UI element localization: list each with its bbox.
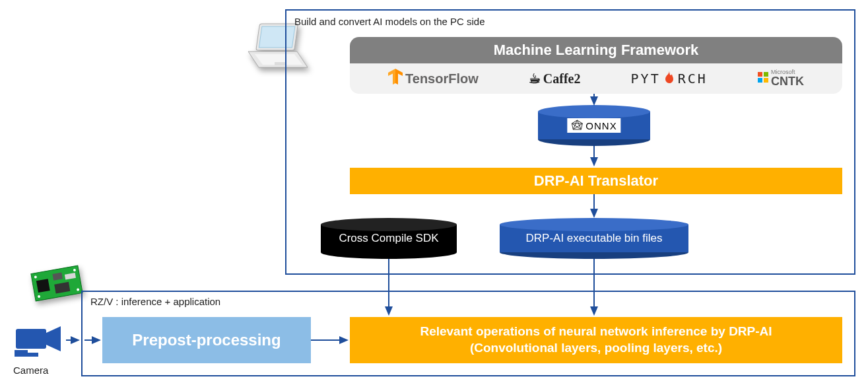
svg-rect-17 bbox=[764, 72, 768, 77]
sdk-label: Cross Compile SDK bbox=[335, 230, 442, 246]
pc-side-title: Build and convert AI models on the PC si… bbox=[294, 16, 485, 27]
svg-rect-16 bbox=[758, 72, 762, 77]
pcb-board-icon bbox=[28, 264, 86, 305]
onnx-icon bbox=[571, 120, 583, 131]
prepost-processing-block: Prepost-processing bbox=[102, 317, 311, 363]
flame-icon bbox=[663, 71, 675, 87]
microsoft-squares-icon bbox=[758, 72, 768, 86]
svg-point-34 bbox=[500, 218, 688, 231]
bin-files-label: DRP-AI executable bin files bbox=[522, 230, 667, 246]
cntk-label: CNTK bbox=[771, 75, 804, 88]
svg-rect-18 bbox=[758, 78, 762, 83]
svg-rect-35 bbox=[16, 329, 46, 349]
rzv-title: RZ/V : inference + application bbox=[90, 296, 220, 307]
coffee-cup-icon: ☕︎ bbox=[529, 71, 541, 87]
svg-rect-37 bbox=[15, 350, 28, 353]
pytorch-logo: PYT RCH bbox=[631, 71, 708, 87]
caffe2-logo: ☕︎ Caffe2 bbox=[529, 71, 581, 87]
inference-line1: Relevant operations of neural network in… bbox=[420, 324, 772, 340]
svg-rect-6 bbox=[36, 279, 50, 293]
tensorflow-icon bbox=[388, 69, 403, 88]
onnx-text: ONNX bbox=[585, 120, 617, 131]
camera-icon bbox=[15, 324, 66, 363]
cntk-logo: Microsoft CNTK bbox=[758, 69, 804, 88]
svg-marker-15 bbox=[388, 69, 395, 85]
svg-rect-38 bbox=[15, 353, 38, 357]
ml-framework-block: Machine Learning Framework TensorFlow ☕︎… bbox=[350, 37, 842, 94]
cntk-ms-label: Microsoft bbox=[771, 69, 795, 75]
tensorflow-label: TensorFlow bbox=[405, 71, 479, 87]
bin-files-cylinder: DRP-AI executable bin files bbox=[498, 218, 690, 259]
camera-label: Camera bbox=[13, 365, 48, 376]
cross-compile-sdk-cylinder: Cross Compile SDK bbox=[319, 218, 458, 259]
svg-marker-36 bbox=[46, 326, 61, 351]
pytorch-post: RCH bbox=[678, 71, 708, 87]
onnx-cylinder: ONNX bbox=[537, 105, 651, 146]
svg-point-31 bbox=[321, 218, 457, 231]
ml-framework-header: Machine Learning Framework bbox=[350, 37, 842, 63]
caffe2-label: Caffe2 bbox=[543, 71, 581, 87]
diagram-root: Build and convert AI models on the PC si… bbox=[0, 0, 868, 389]
svg-marker-14 bbox=[395, 69, 403, 85]
pytorch-pre: PYT bbox=[631, 71, 661, 87]
inference-block: Relevant operations of neural network in… bbox=[350, 317, 842, 363]
tensorflow-logo: TensorFlow bbox=[388, 69, 479, 88]
onnx-label: ONNX bbox=[567, 118, 620, 133]
inference-line2: (Convolutional layers, pooling layers, e… bbox=[420, 340, 772, 357]
svg-rect-19 bbox=[764, 78, 768, 83]
ml-framework-logos: TensorFlow ☕︎ Caffe2 PYT RCH Microsoft C… bbox=[350, 63, 842, 94]
svg-point-22 bbox=[538, 105, 650, 118]
drp-ai-translator-block: DRP-AI Translator bbox=[350, 168, 842, 194]
